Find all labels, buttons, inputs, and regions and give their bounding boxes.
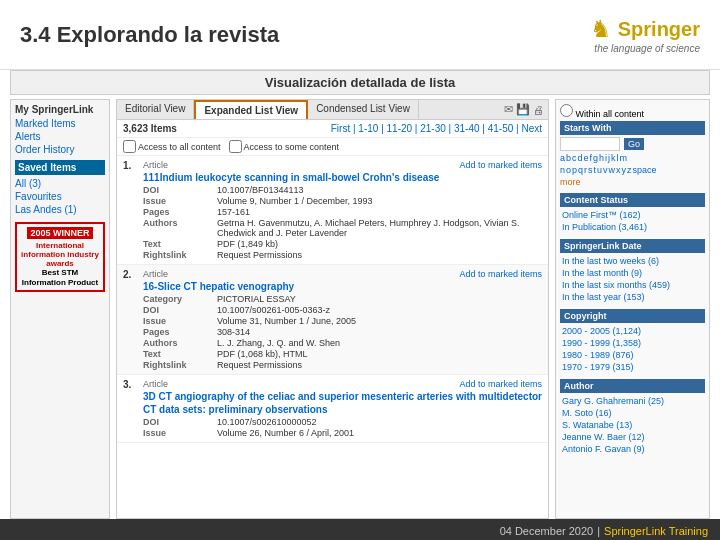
author-item-0[interactable]: Gary G. Ghahremani (25)	[560, 395, 705, 407]
alpha-p[interactable]: p	[572, 165, 577, 175]
pages-label-2: Pages	[143, 327, 213, 337]
starts-with-input[interactable]	[560, 137, 620, 151]
alpha-t[interactable]: t	[594, 165, 597, 175]
doi-value-3[interactable]: 10.1007/s002610000052	[217, 417, 542, 427]
copyright-item-0[interactable]: 2000 - 2005 (1,124)	[560, 325, 705, 337]
issue-value-2: Volume 31, Number 1 / June, 2005	[217, 316, 542, 326]
copyright-title: Copyright	[560, 309, 705, 323]
alpha-l[interactable]: l	[617, 153, 619, 163]
footer-separator: |	[597, 525, 600, 537]
author-item-4[interactable]: Antonio F. Gavan (9)	[560, 443, 705, 455]
tab-editorial[interactable]: Editorial View	[117, 100, 194, 119]
starts-with-go[interactable]: Go	[624, 138, 644, 150]
starts-with-more[interactable]: more	[560, 177, 705, 187]
alpha-s[interactable]: s	[588, 165, 593, 175]
alpha-h[interactable]: h	[599, 153, 604, 163]
right-section-content-status: Content Status Online First™ (162) In Pu…	[560, 193, 705, 233]
author-item-2[interactable]: S. Watanabe (13)	[560, 419, 705, 431]
article-title-2[interactable]: 16-Slice CT hepatic venography	[143, 280, 542, 293]
doi-value-2[interactable]: 10.1007/s00261-005-0363-z	[217, 305, 542, 315]
authors-label-1: Authors	[143, 218, 213, 238]
springer-logo: ♞ Springer the language of science	[590, 15, 700, 54]
alpha-q[interactable]: q	[578, 165, 583, 175]
tab-condensed[interactable]: Condensed List View	[308, 100, 419, 119]
article-type-3: Article	[143, 379, 168, 389]
alpha-n[interactable]: n	[560, 165, 565, 175]
text-value-2[interactable]: PDF (1,068 kb), HTML	[217, 349, 542, 359]
alpha-b[interactable]: b	[566, 153, 571, 163]
rightslink-value-1[interactable]: Request Permissions	[217, 250, 542, 260]
tab-expanded[interactable]: Expanded List View	[194, 100, 308, 119]
article-title-1[interactable]: 111Indium leukocyte scanning in small-bo…	[143, 171, 542, 184]
content-status-item-0[interactable]: Online First™ (162)	[560, 209, 705, 221]
alpha-u[interactable]: u	[597, 165, 602, 175]
sidebar-item-alerts[interactable]: Alerts	[15, 130, 105, 143]
right-sidebar: Within all content Starts With Go a b c …	[555, 99, 710, 519]
date-item-1[interactable]: In the last month (9)	[560, 267, 705, 279]
award-product: Best STM Information Product	[20, 268, 100, 287]
sidebar-item-favourites[interactable]: Favourites	[15, 190, 105, 203]
alpha-e[interactable]: e	[584, 153, 589, 163]
content-status-title: Content Status	[560, 193, 705, 207]
doi-value-1[interactable]: 10.1007/BF01344113	[217, 185, 542, 195]
alpha-v[interactable]: v	[603, 165, 608, 175]
alpha-g[interactable]: g	[593, 153, 598, 163]
author-item-3[interactable]: Jeanne W. Baer (12)	[560, 431, 705, 443]
pagination[interactable]: First | 1-10 | 11-20 | 21-30 | 31-40 | 4…	[331, 123, 542, 134]
article-list: 1. Article Add to marked items 111Indium…	[117, 156, 548, 518]
category-label-2: Category	[143, 294, 213, 304]
alpha-a[interactable]: a	[560, 153, 565, 163]
author-item-1[interactable]: M. Soto (16)	[560, 407, 705, 419]
article-meta-2: Category PICTORIAL ESSAY DOI 10.1007/s00…	[143, 294, 542, 370]
date-item-2[interactable]: In the last six months (459)	[560, 279, 705, 291]
rightslink-label-1: Rightslink	[143, 250, 213, 260]
alpha-o[interactable]: o	[566, 165, 571, 175]
alpha-i[interactable]: i	[605, 153, 607, 163]
alpha-m[interactable]: m	[620, 153, 628, 163]
rightslink-value-2[interactable]: Request Permissions	[217, 360, 542, 370]
icon-email[interactable]: ✉	[504, 103, 513, 116]
article-title-3[interactable]: 3D CT angiography of the celiac and supe…	[143, 390, 542, 416]
icon-save[interactable]: 💾	[516, 103, 530, 116]
add-marked-2[interactable]: Add to marked items	[459, 269, 542, 279]
add-marked-3[interactable]: Add to marked items	[459, 379, 542, 389]
access-some-text: Access to some content	[244, 142, 340, 152]
access-all-checkbox[interactable]	[123, 140, 136, 153]
footer-training[interactable]: SpringerLink Training	[604, 525, 708, 537]
alpha-y[interactable]: y	[622, 165, 627, 175]
table-row: 3. Article Add to marked items 3D CT ang…	[117, 375, 548, 443]
category-value-2: PICTORIAL ESSAY	[217, 294, 542, 304]
text-value-1[interactable]: PDF (1,849 kb)	[217, 239, 542, 249]
left-sidebar: My SpringerLink Marked Items Alerts Orde…	[10, 99, 110, 519]
alpha-f[interactable]: f	[590, 153, 593, 163]
date-item-0[interactable]: In the last two weeks (6)	[560, 255, 705, 267]
sidebar-item-order-history[interactable]: Order History	[15, 143, 105, 156]
access-some-checkbox[interactable]	[229, 140, 242, 153]
date-item-3[interactable]: In the last year (153)	[560, 291, 705, 303]
alpha-row: a b c d e f g h i j k l m	[560, 153, 705, 163]
access-all-label[interactable]: Access to all content	[123, 140, 221, 153]
sidebar-item-las-andes[interactable]: Las Andes (1)	[15, 203, 105, 216]
content-status-item-1[interactable]: In Publication (3,461)	[560, 221, 705, 233]
sidebar-item-all[interactable]: All (3)	[15, 177, 105, 190]
copyright-item-3[interactable]: 1970 - 1979 (315)	[560, 361, 705, 373]
access-some-label[interactable]: Access to some content	[229, 140, 340, 153]
alpha-k[interactable]: k	[611, 153, 616, 163]
icon-print[interactable]: 🖨	[533, 104, 544, 116]
award-box: 2005 WINNER International information in…	[15, 222, 105, 292]
copyright-item-1[interactable]: 1990 - 1999 (1,358)	[560, 337, 705, 349]
alpha-j[interactable]: j	[608, 153, 610, 163]
within-radio[interactable]	[560, 104, 573, 117]
sidebar-item-marked[interactable]: Marked Items	[15, 117, 105, 130]
copyright-item-2[interactable]: 1980 - 1989 (876)	[560, 349, 705, 361]
alpha-r[interactable]: r	[584, 165, 587, 175]
alpha-z[interactable]: z	[627, 165, 632, 175]
issue-label-3: Issue	[143, 428, 213, 438]
alpha-c[interactable]: c	[572, 153, 577, 163]
alpha-x[interactable]: x	[616, 165, 621, 175]
alpha-space[interactable]: space	[633, 165, 657, 175]
add-marked-1[interactable]: Add to marked items	[459, 160, 542, 170]
article-content-2: Article Add to marked items 16-Slice CT …	[143, 269, 542, 370]
alpha-w[interactable]: w	[609, 165, 616, 175]
alpha-d[interactable]: d	[578, 153, 583, 163]
